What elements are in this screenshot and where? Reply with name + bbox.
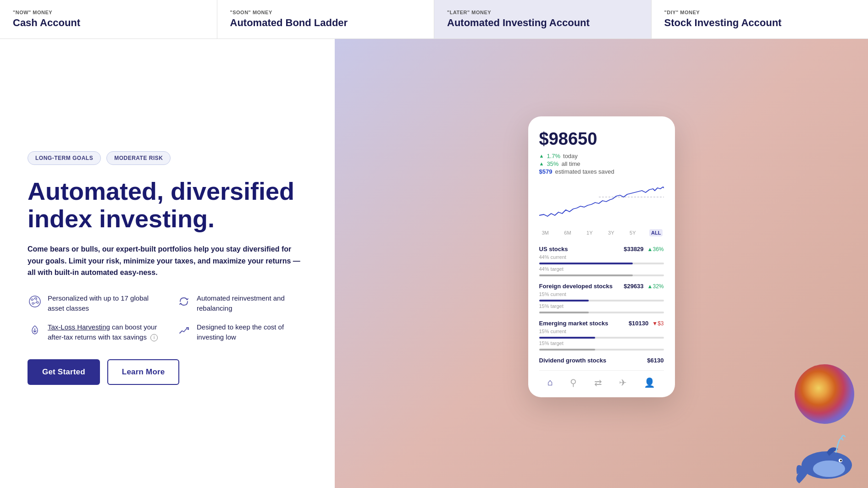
holding-us-meta1: 44% current — [539, 254, 664, 260]
nav-title-bond: Automated Bond Ladder — [230, 17, 421, 29]
stat-taxes: $579 estimated taxes saved — [539, 168, 664, 175]
nav-cash-account[interactable]: "NOW" MONEY Cash Account — [0, 0, 217, 38]
holding-us-meta2: 44% target — [539, 266, 664, 272]
filter-6m[interactable]: 6M — [562, 229, 573, 236]
holding-us-bar-current — [539, 263, 664, 264]
whale-svg — [790, 415, 863, 488]
holding-dividend-name: Dividend growth stocks — [539, 357, 607, 364]
holding-emerging-name: Emerging market stocks — [539, 320, 608, 327]
svg-point-2 — [35, 297, 37, 299]
feature-global-assets: Personalized with up to 17 global asset … — [28, 293, 158, 314]
nav-title-stock: Stock Investing Account — [664, 17, 856, 29]
svg-point-12 — [840, 460, 842, 461]
holding-emerging-stocks: Emerging market stocks $10130 ▼$3 15% cu… — [539, 320, 664, 351]
holding-dividend-value: $6130 — [647, 357, 663, 364]
phone-nav-transfer[interactable]: ⇄ — [594, 377, 602, 388]
holding-emerging-header: Emerging market stocks $10130 ▼$3 — [539, 320, 664, 327]
holding-us-header: US stocks $33829 ▲36% — [539, 246, 664, 252]
holding-us-target-progress — [539, 274, 633, 276]
reinvestment-icon — [177, 294, 191, 309]
holding-foreign-bar-target — [539, 312, 664, 313]
phone-nav-search[interactable]: ⚲ — [570, 377, 577, 388]
holding-emerging-meta2: 15% target — [539, 340, 664, 346]
holding-emerging-meta1: 15% current — [539, 329, 664, 334]
whale-decoration — [776, 373, 868, 488]
feature-text-tax: Tax-Loss Harvesting can boost your after… — [48, 322, 158, 343]
global-assets-icon — [28, 294, 42, 309]
stat-alltime-pct: 35% — [547, 160, 558, 167]
holding-emerging-progress — [539, 337, 595, 339]
badge-moderate-risk: MODERATE RISK — [106, 151, 171, 165]
holding-emerging-pct: ▼$3 — [652, 320, 663, 327]
feature-reinvestment: Automated reinvestment and rebalancing — [177, 293, 307, 314]
features-grid: Personalized with up to 17 global asset … — [28, 293, 307, 343]
holding-us-stocks: US stocks $33829 ▲36% 44% current 44% ta… — [539, 246, 664, 276]
feature-text-low-cost: Designed to keep the cost of investing l… — [197, 322, 307, 343]
nav-label-cash: "NOW" MONEY — [13, 10, 204, 15]
holding-dividend-header: Dividend growth stocks $6130 — [539, 357, 664, 364]
get-started-button[interactable]: Get Started — [28, 359, 100, 385]
holding-dividend-stocks: Dividend growth stocks $6130 — [539, 357, 664, 364]
holding-foreign-bar-current — [539, 300, 664, 302]
feature-low-cost: Designed to keep the cost of investing l… — [177, 322, 307, 343]
holding-foreign-header: Foreign developed stocks $29633 ▲32% — [539, 283, 664, 290]
stat-today-label: today — [563, 153, 578, 159]
svg-point-3 — [37, 302, 39, 303]
holdings-list: US stocks $33829 ▲36% 44% current 44% ta… — [539, 246, 664, 364]
svg-point-10 — [813, 461, 845, 477]
stat-alltime: ▲ 35% all time — [539, 160, 664, 167]
nav-automated-investing[interactable]: "LATER" MONEY Automated Investing Accoun… — [434, 0, 652, 38]
portfolio-chart — [539, 182, 664, 224]
tax-loss-link[interactable]: Tax-Loss Harvesting — [48, 323, 110, 331]
holding-us-bar-target — [539, 274, 664, 276]
phone-nav-send[interactable]: ✈ — [619, 377, 627, 388]
phone-mockup: $98650 ▲ 1.7% today ▲ 35% all time $579 … — [528, 116, 675, 397]
badge-long-term: LONG-TERM GOALS — [28, 151, 101, 165]
holding-foreign-meta1: 15% current — [539, 291, 664, 297]
phone-bottom-nav: ⌂ ⚲ ⇄ ✈ 👤 — [539, 370, 664, 388]
filter-3m[interactable]: 3M — [540, 229, 551, 236]
nav-stock-investing[interactable]: "DIY" MONEY Stock Investing Account — [652, 0, 868, 38]
low-cost-icon — [177, 323, 191, 338]
nav-title-auto: Automated Investing Account — [447, 17, 638, 29]
main-content: LONG-TERM GOALS MODERATE RISK Automated,… — [0, 39, 868, 488]
stat-alltime-label: all time — [561, 160, 580, 167]
filter-5y[interactable]: 5Y — [628, 229, 637, 236]
nav-label-stock: "DIY" MONEY — [664, 10, 856, 15]
right-panel: $98650 ▲ 1.7% today ▲ 35% all time $579 … — [335, 39, 868, 488]
badge-row: LONG-TERM GOALS MODERATE RISK — [28, 151, 307, 165]
svg-line-7 — [34, 302, 37, 303]
time-filters: 3M 6M 1Y 3Y 5Y ALL — [539, 229, 664, 236]
filter-all[interactable]: ALL — [649, 229, 663, 236]
holding-emerging-bar-target — [539, 349, 664, 351]
holding-us-name: US stocks — [539, 246, 568, 252]
holding-foreign-progress — [539, 300, 589, 302]
holding-foreign-name: Foreign developed stocks — [539, 283, 613, 290]
tax-loss-icon — [28, 323, 42, 338]
learn-more-button[interactable]: Learn More — [107, 359, 180, 385]
filter-3y[interactable]: 3Y — [606, 229, 616, 236]
feature-text-reinvestment: Automated reinvestment and rebalancing — [197, 293, 307, 314]
holding-foreign-pct: ▲32% — [647, 283, 664, 290]
phone-nav-profile[interactable]: 👤 — [644, 377, 655, 388]
phone-nav-home[interactable]: ⌂ — [547, 377, 553, 388]
stat-today: ▲ 1.7% today — [539, 153, 664, 159]
svg-line-5 — [33, 298, 35, 300]
holding-emerging-bar-current — [539, 337, 664, 339]
info-icon[interactable]: i — [150, 334, 158, 341]
sub-description: Come bears or bulls, our expert-built po… — [28, 243, 307, 279]
main-headline: Automated, diversified index investing. — [28, 178, 307, 232]
nav-bond-ladder[interactable]: "SOON" MONEY Automated Bond Ladder — [217, 0, 435, 38]
svg-point-1 — [31, 299, 33, 301]
holding-emerging-target-progress — [539, 349, 595, 351]
holding-us-progress — [539, 263, 633, 264]
top-navigation: "NOW" MONEY Cash Account "SOON" MONEY Au… — [0, 0, 868, 39]
stat-tax-label: estimated taxes saved — [555, 168, 614, 175]
filter-1y[interactable]: 1Y — [585, 229, 594, 236]
feature-text-global: Personalized with up to 17 global asset … — [48, 293, 158, 314]
svg-point-4 — [32, 302, 34, 304]
holding-foreign-target-progress — [539, 312, 589, 313]
nav-label-auto: "LATER" MONEY — [447, 10, 638, 15]
cta-buttons: Get Started Learn More — [28, 359, 307, 385]
left-panel: LONG-TERM GOALS MODERATE RISK Automated,… — [0, 39, 335, 488]
